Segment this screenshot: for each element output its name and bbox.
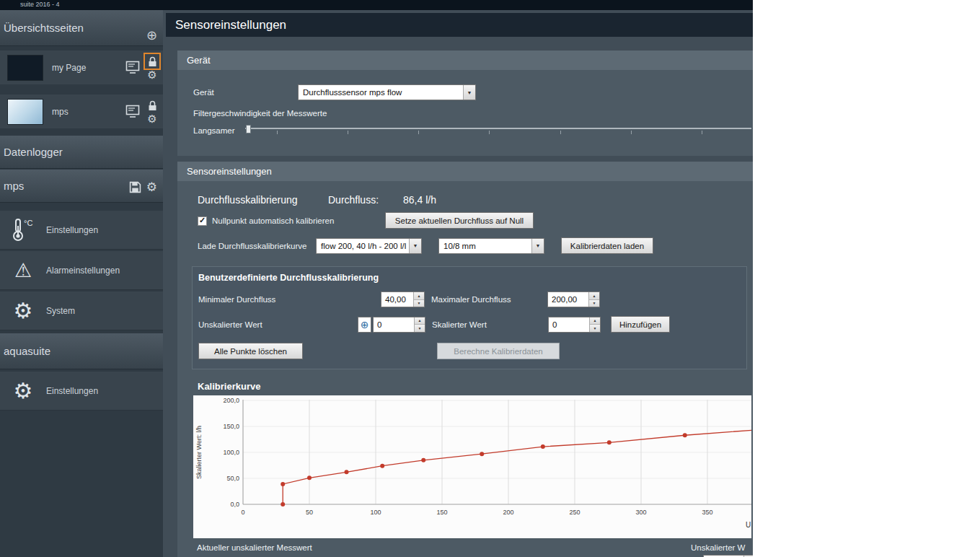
sidebar: Übersichtsseiten ⊕ my Page bbox=[0, 10, 163, 557]
device-header-label: mps bbox=[4, 180, 24, 192]
calibration-chart-svg: 200,0150,0100,050,00,0050100150200250300… bbox=[193, 395, 751, 538]
scaled-value[interactable]: 0 bbox=[549, 317, 589, 332]
sidebar-item-alarmeinstellungen[interactable]: ⚠ Alarmeinstellungen bbox=[0, 251, 163, 290]
min-flow-label: Minimaler Durchfluss bbox=[198, 295, 381, 304]
page-lock-icon[interactable] bbox=[145, 98, 159, 113]
chevron-down-icon[interactable]: ▼ bbox=[463, 85, 475, 100]
set-zero-flow-button[interactable]: Setze aktuellen Durchfluss auf Null bbox=[385, 212, 534, 229]
slider-track bbox=[245, 128, 751, 129]
spin-down-icon[interactable]: ▼ bbox=[415, 325, 425, 332]
flow-value: 86,4 l/h bbox=[403, 194, 436, 206]
device-dropdown-value[interactable]: Durchflusssensor mps flow bbox=[299, 88, 463, 97]
slower-label: Langsamer bbox=[193, 126, 245, 135]
aquasuite-header-label: aquasuite bbox=[4, 345, 50, 357]
right-unscaled-label: Unskalierter W bbox=[691, 543, 753, 552]
page-thumbnail bbox=[7, 55, 43, 81]
add-page-icon[interactable]: ⊕ bbox=[146, 29, 157, 42]
scaled-value-spinner[interactable]: 0 ▲ ▼ bbox=[548, 317, 601, 333]
main-content: Sensoreinstellungen Gerät Gerät Durchflu… bbox=[163, 10, 753, 557]
svg-text:350: 350 bbox=[702, 509, 712, 516]
pick-current-value-icon[interactable]: ⊕ bbox=[358, 317, 371, 333]
page-label: my Page bbox=[52, 63, 125, 73]
spin-down-icon[interactable]: ▼ bbox=[414, 300, 424, 307]
tube-size-dropdown[interactable]: 10/8 mm ▼ bbox=[438, 238, 544, 254]
sidebar-item-label: Einstellungen bbox=[46, 225, 98, 235]
svg-text:°C: °C bbox=[24, 219, 32, 227]
screen: suite 2016 - 4 Übersichtsseiten ⊕ my Pag… bbox=[0, 0, 980, 557]
sensor-settings-section: Sensoreinstellungen Durchflusskalibrieru… bbox=[177, 162, 753, 557]
page-title-label: Sensoreinstellungen bbox=[175, 18, 286, 32]
save-icon[interactable] bbox=[129, 181, 141, 193]
calibration-curve-dropdown-value[interactable]: flow 200, 40 l/h - 200 l/l bbox=[317, 242, 409, 250]
sidebar-page-my-page[interactable]: my Page ⚙ bbox=[0, 51, 163, 84]
page-settings-gear-icon[interactable]: ⚙ bbox=[147, 69, 156, 81]
min-flow-spinner[interactable]: 40,00 ▲ ▼ bbox=[381, 291, 425, 307]
calculate-calibration-button[interactable]: Berechne Kalibrierdaten bbox=[437, 343, 560, 359]
delete-all-points-button[interactable]: Alle Punkte löschen bbox=[198, 343, 303, 359]
svg-text:250: 250 bbox=[569, 509, 580, 516]
svg-text:50,0: 50,0 bbox=[226, 475, 239, 482]
svg-text:300: 300 bbox=[635, 509, 646, 516]
device-section: Gerät Gerät Durchflusssensor mps flow ▼ … bbox=[177, 51, 753, 156]
min-flow-value[interactable]: 40,00 bbox=[381, 292, 413, 307]
sidebar-item-aquasuite-einstellungen[interactable]: ⚙ Einstellungen bbox=[0, 372, 163, 411]
edit-page-monitor-icon[interactable] bbox=[125, 61, 141, 74]
tube-size-dropdown-value[interactable]: 10/8 mm bbox=[439, 242, 531, 250]
flow-label: Durchfluss: bbox=[328, 194, 403, 206]
slider-ticks bbox=[277, 131, 753, 134]
spin-down-icon[interactable]: ▼ bbox=[590, 325, 600, 332]
sensor-section-header: Sensoreinstellungen bbox=[177, 162, 753, 181]
device-dropdown[interactable]: Durchflusssensor mps flow ▼ bbox=[298, 84, 476, 100]
nullpoint-checkbox-label: Nullpunkt automatisch kalibrieren bbox=[212, 216, 334, 225]
page-thumbnail bbox=[7, 99, 43, 125]
slider-handle[interactable] bbox=[246, 125, 251, 133]
spin-up-icon[interactable]: ▲ bbox=[415, 317, 425, 325]
calibration-curve-dropdown[interactable]: flow 200, 40 l/h - 200 l/l ▼ bbox=[316, 238, 422, 254]
custom-calibration-panel: Benutzerdefinierte Durchflusskalibrierun… bbox=[192, 266, 747, 369]
sidebar-header-device-mps[interactable]: mps ⚙ bbox=[0, 170, 163, 203]
spin-up-icon[interactable]: ▲ bbox=[589, 292, 599, 300]
sidebar-header-aquasuite[interactable]: aquasuite bbox=[0, 333, 163, 369]
svg-text:200,0: 200,0 bbox=[223, 397, 239, 404]
svg-text:100: 100 bbox=[370, 509, 381, 516]
page-lock-icon[interactable] bbox=[145, 54, 159, 69]
device-label: Gerät bbox=[193, 88, 298, 97]
max-flow-spinner[interactable]: 200,00 ▲ ▼ bbox=[547, 291, 600, 307]
spin-down-icon[interactable]: ▼ bbox=[589, 300, 599, 307]
filter-speed-slider[interactable] bbox=[245, 124, 751, 137]
sidebar-item-label: Einstellungen bbox=[46, 386, 98, 396]
sidebar-item-label: Alarmeinstellungen bbox=[46, 266, 120, 276]
calibration-curve-title: Kalibrierkurve bbox=[177, 381, 753, 392]
add-point-button[interactable]: Hinzufügen bbox=[611, 316, 670, 333]
device-settings-gear-icon[interactable]: ⚙ bbox=[146, 182, 157, 193]
unscaled-value[interactable]: 0 bbox=[374, 317, 414, 332]
load-calibration-data-button[interactable]: Kalibrierdaten laden bbox=[561, 237, 653, 254]
sidebar-page-mps[interactable]: mps ⚙ bbox=[0, 95, 163, 128]
page-label: mps bbox=[52, 107, 125, 117]
sidebar-item-einstellungen[interactable]: °C Einstellungen bbox=[0, 211, 163, 250]
datenlogger-header-label: Datenlogger bbox=[4, 146, 63, 158]
gear-icon: ⚙ bbox=[0, 380, 46, 403]
svg-text:200: 200 bbox=[503, 509, 513, 516]
current-unscaled-label: Aktueller unskalierter Messwert bbox=[197, 543, 753, 552]
spin-up-icon[interactable]: ▲ bbox=[414, 292, 424, 300]
device-section-header-label: Gerät bbox=[187, 55, 211, 66]
sensor-section-header-label: Sensoreinstellungen bbox=[187, 166, 272, 177]
page-settings-gear-icon[interactable]: ⚙ bbox=[147, 113, 156, 125]
edit-page-monitor-icon[interactable] bbox=[125, 105, 141, 118]
svg-text:0: 0 bbox=[241, 509, 244, 516]
spin-up-icon[interactable]: ▲ bbox=[590, 317, 600, 325]
unscaled-value-spinner[interactable]: 0 ▲ ▼ bbox=[373, 317, 425, 333]
svg-text:100,0: 100,0 bbox=[223, 449, 239, 456]
svg-text:150,0: 150,0 bbox=[223, 423, 239, 430]
chevron-down-icon[interactable]: ▼ bbox=[531, 239, 544, 253]
chevron-down-icon[interactable]: ▼ bbox=[409, 239, 421, 253]
calibration-chart: 200,0150,0100,050,00,0050100150200250300… bbox=[193, 395, 751, 538]
sidebar-header-datenlogger[interactable]: Datenlogger bbox=[0, 136, 163, 169]
window-title: suite 2016 - 4 bbox=[20, 1, 60, 8]
max-flow-value[interactable]: 200,00 bbox=[548, 292, 588, 307]
sidebar-item-system[interactable]: ⚙ System bbox=[0, 291, 163, 330]
sidebar-header-overview-pages[interactable]: Übersichtsseiten ⊕ bbox=[0, 10, 163, 46]
nullpoint-checkbox[interactable]: ✓ bbox=[198, 216, 207, 226]
filter-speed-label: Filtergeschwindigkeit der Messwerte bbox=[193, 109, 327, 118]
